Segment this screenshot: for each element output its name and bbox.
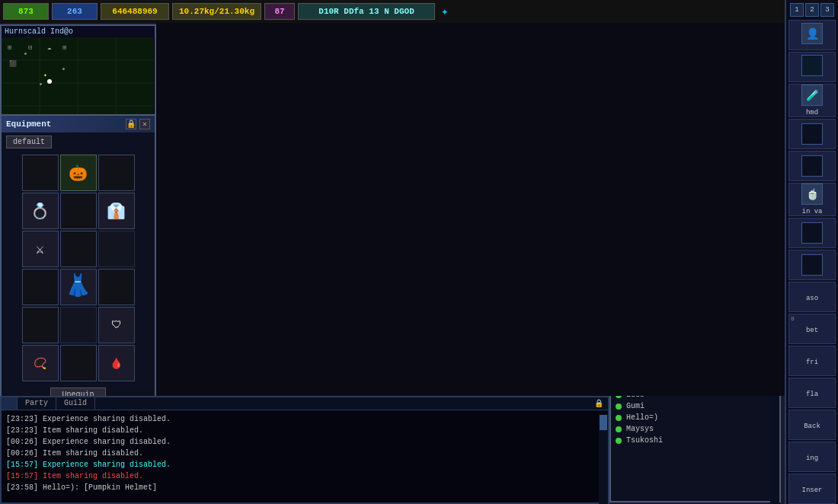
- level-display: 87: [264, 3, 295, 20]
- eq-slot-empty[interactable]: [60, 307, 97, 343]
- chat-message: [23:23] Item sharing disabled.: [6, 425, 603, 436]
- eq-slot-torso[interactable]: 👔: [98, 193, 135, 229]
- default-button[interactable]: default: [6, 136, 52, 148]
- eq-slot-shield[interactable]: 🛡: [98, 307, 135, 343]
- chat-tab-party[interactable]: Party: [18, 397, 56, 410]
- member-dot: [616, 438, 622, 444]
- eq-slot-ring[interactable]: 💍: [22, 193, 59, 229]
- star-icon: ✦: [441, 4, 449, 19]
- sidebar-slot-2[interactable]: [788, 52, 836, 82]
- eq-slot-offhand[interactable]: [98, 231, 135, 267]
- eq-slot-empty[interactable]: [22, 307, 59, 343]
- sidebar-slot-hmd[interactable]: 🧪 hmd: [788, 84, 836, 117]
- tea-icon: 🍵: [801, 183, 823, 205]
- sidebar-slot-8[interactable]: [788, 250, 836, 280]
- eq-slot-gem[interactable]: 🩸: [98, 345, 135, 381]
- chat-tab-guild[interactable]: Guild: [56, 397, 95, 410]
- sidebar-slot-4[interactable]: [788, 119, 836, 149]
- eq-slot-dress[interactable]: 👗: [60, 269, 97, 305]
- chat-message-cyan: [15:57] Experience sharing disabled.: [6, 459, 603, 471]
- slot-icon: [801, 222, 823, 244]
- eq-slot-empty[interactable]: [60, 193, 97, 229]
- eq-slot-empty[interactable]: [98, 269, 135, 305]
- slot-icon: [801, 55, 823, 76]
- member-gumi: Gumi: [611, 400, 779, 412]
- slot-label: aso: [806, 295, 818, 302]
- sidebar-slot-7[interactable]: [788, 218, 836, 248]
- slot-icon: [801, 155, 823, 177]
- slot-icon: [801, 254, 823, 276]
- chat-tab-local[interactable]: [2, 397, 18, 410]
- equipment-title-bar: Equipment 🔒 ✕: [2, 116, 155, 132]
- mp-display: 263: [52, 3, 98, 20]
- member-name: Maysys: [626, 425, 654, 433]
- equipment-title: Equipment: [6, 120, 51, 129]
- sidebar-row-123: 1 2 3: [790, 3, 834, 17]
- sidebar-slot-inser[interactable]: Inser: [788, 474, 836, 504]
- close-icon[interactable]: ✕: [139, 119, 150, 129]
- chat-lock-icon[interactable]: 🔒: [590, 397, 608, 410]
- eq-slot-weapon[interactable]: ⚔: [22, 231, 59, 267]
- member-tsukoshi: Tsukoshi: [611, 435, 779, 446]
- sidebar-num-1[interactable]: 1: [790, 3, 804, 17]
- chat-message: [23:58] Hello=): [Pumpkin Helmet]: [6, 482, 603, 493]
- chat-area: Party Guild 🔒 [23:23] Experience sharing…: [0, 396, 609, 504]
- sidebar-num-2[interactable]: 2: [805, 3, 819, 17]
- location-display: D10R DDfa 13 N DGOD: [298, 3, 435, 20]
- member-dot: [616, 426, 622, 432]
- eq-slot-empty[interactable]: [22, 269, 59, 305]
- eq-slot-empty[interactable]: [98, 155, 135, 191]
- sidebar-slot-aso[interactable]: aso: [788, 282, 836, 312]
- hp-display: 873: [3, 3, 49, 20]
- chat-message: [00:26] Experience sharing disabled.: [6, 436, 603, 448]
- sidebar-slot-5[interactable]: [788, 151, 836, 181]
- slot-icon: [801, 123, 823, 145]
- chat-scrollbar[interactable]: [599, 414, 608, 504]
- right-sidebar: 1 2 3 👤 🧪 hmd 🍵 in va: [785, 0, 838, 504]
- eq-slot-empty[interactable]: [60, 345, 97, 381]
- member-maysys: Maysys: [611, 423, 779, 435]
- sidebar-slot-inva[interactable]: 🍵 in va: [788, 183, 836, 216]
- eq-slot-empty[interactable]: [22, 155, 59, 191]
- gold-display: 646488969: [101, 3, 169, 20]
- slot-label: bet: [806, 327, 818, 334]
- slot-number: 0: [791, 315, 795, 322]
- sidebar-slot-back[interactable]: Back: [788, 410, 836, 440]
- member-hello: Hello=): [611, 412, 779, 423]
- top-bar: 873 263 646488969 10.27kg/21.30kg 87 D10…: [0, 0, 785, 23]
- member-dot: [616, 415, 622, 421]
- member-dot: [616, 404, 622, 410]
- sidebar-slot-fri[interactable]: fri: [788, 346, 836, 376]
- sidebar-slot-ing[interactable]: ing: [788, 442, 836, 472]
- slot-label: Back: [804, 423, 820, 430]
- chat-messages: [23:23] Experience sharing disabled. [23…: [2, 410, 608, 494]
- slot-label: fla: [806, 391, 818, 398]
- slot-label: hmd: [806, 109, 818, 116]
- equipment-panel: Equipment 🔒 ✕ default 🎃 💍 👔 ⚔ 👗: [0, 114, 156, 407]
- chat-message: [00:26] Item sharing disabled.: [6, 448, 603, 459]
- chat-tabs: Party Guild 🔒: [2, 397, 608, 410]
- sidebar-num-3[interactable]: 3: [820, 3, 834, 17]
- eq-slot-empty[interactable]: [60, 231, 97, 267]
- member-name: Gumi: [626, 402, 644, 410]
- eq-slot-necklace[interactable]: 📿: [22, 345, 59, 381]
- slot-label: ing: [806, 455, 818, 462]
- avatar-icon: 👤: [801, 23, 823, 44]
- sidebar-slot-fla[interactable]: fla: [788, 378, 836, 408]
- lock-icon[interactable]: 🔒: [126, 119, 136, 129]
- panel-controls: 🔒 ✕: [126, 119, 150, 129]
- map-canvas: ⊞ ⊟ ☁ ⊞ ⬛ ✦: [2, 37, 154, 121]
- chat-message-red: [15:57] Item sharing disabled.: [6, 471, 603, 482]
- member-name: Tsukoshi: [626, 436, 663, 445]
- slot-label: in va: [801, 208, 822, 215]
- slot-label: Inser: [801, 486, 822, 494]
- sidebar-slot-1[interactable]: 👤: [788, 20, 836, 50]
- member-name: Hello=): [626, 413, 658, 422]
- map-title: Hurnscald Ind@o: [2, 26, 155, 37]
- potion-icon: 🧪: [801, 85, 823, 106]
- eq-slot-hat[interactable]: 🎃: [60, 155, 97, 191]
- chat-message: [23:23] Experience sharing disabled.: [6, 413, 603, 425]
- slot-label: fri: [806, 359, 818, 366]
- chat-scrollbar-thumb[interactable]: [600, 415, 607, 430]
- sidebar-slot-bet[interactable]: 0 bet: [788, 314, 836, 344]
